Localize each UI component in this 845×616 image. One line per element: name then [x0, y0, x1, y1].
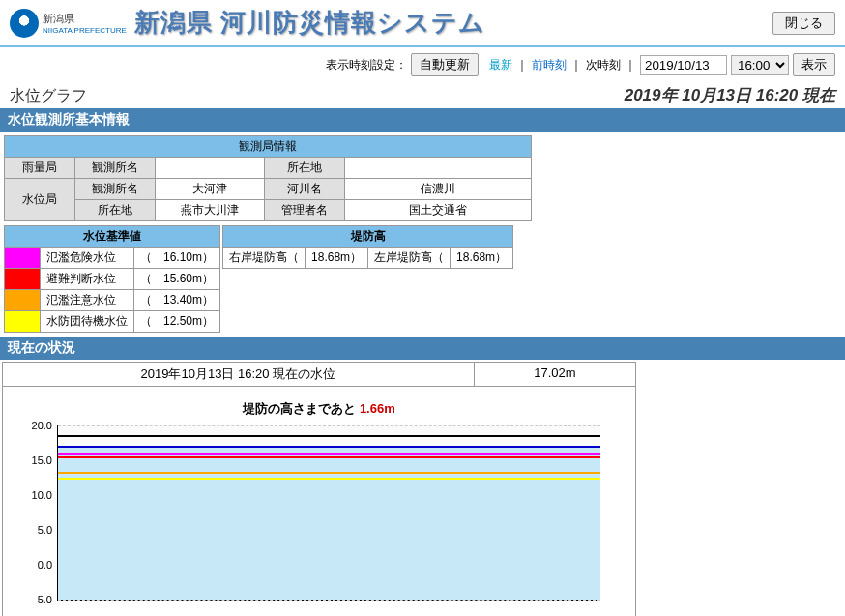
water-level-chart: -5.00.05.010.015.020.0 — [57, 425, 600, 601]
color-swatch — [5, 290, 41, 311]
app-title: 新潟県 河川防災情報システム — [134, 6, 485, 40]
close-button[interactable]: 閉じる — [772, 12, 835, 35]
time-controls: 表示時刻設定： 自動更新 最新 ｜ 前時刻 ｜ 次時刻 ｜ 16:00 表示 — [0, 47, 845, 82]
page-title: 水位グラフ — [10, 86, 87, 106]
status-top-row: 2019年10月13日 16:20 現在の水位 17.02m — [2, 362, 636, 387]
chart-title: 堤防の高さまであと 1.66m — [9, 400, 629, 418]
color-swatch — [5, 248, 41, 269]
page-timestamp: 2019年 10月13日 16:20 現在 — [625, 84, 835, 106]
station-info-table: 観測局情報 雨量局 観測所名 所在地 水位局 観測所名 大河津 河川名 信濃川 … — [4, 135, 532, 221]
auto-update-button[interactable]: 自動更新 — [411, 53, 479, 76]
date-input[interactable] — [640, 55, 727, 75]
prev-time-link[interactable]: 前時刻 — [532, 57, 567, 73]
pref-en: NIIGATA PREFECTURE — [43, 26, 127, 35]
logo-icon — [10, 9, 39, 38]
section-basic-info: 水位観測所基本情報 — [0, 108, 845, 132]
next-time-link[interactable]: 次時刻 — [586, 57, 621, 73]
color-swatch — [5, 311, 41, 333]
controls-label: 表示時刻設定： — [326, 57, 407, 73]
time-select[interactable]: 16:00 — [731, 55, 789, 75]
chart-container: 堤防の高さまであと 1.66m -5.00.05.010.015.020.0 — [2, 387, 636, 616]
levee-table: 堤防高 右岸堤防高（18.68m） 左岸堤防高（18.68m） — [222, 225, 513, 269]
color-swatch — [5, 269, 41, 290]
standards-table: 水位基準値 氾濫危険水位（ 16.10m） 避難判断水位（ 15.60m） 氾濫… — [4, 225, 220, 333]
section-current: 現在の状況 — [0, 337, 845, 360]
latest-link[interactable]: 最新 — [489, 57, 512, 73]
show-button[interactable]: 表示 — [793, 53, 835, 76]
pref-jp: 新潟県 — [43, 12, 127, 26]
prefecture-logo: 新潟県 NIIGATA PREFECTURE — [10, 9, 127, 38]
